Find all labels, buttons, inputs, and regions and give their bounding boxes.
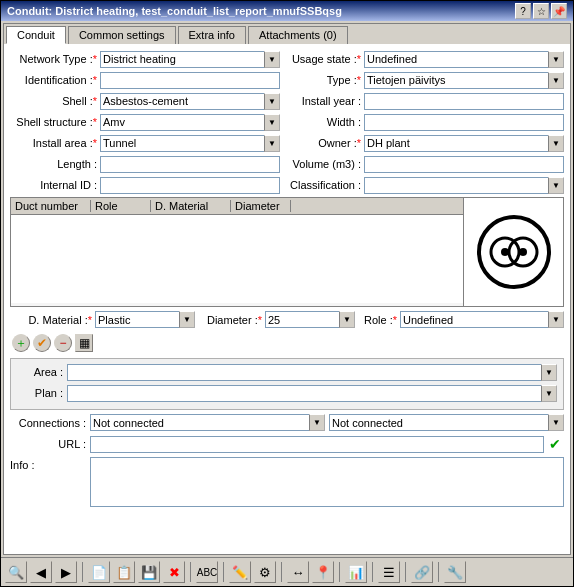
remove-icon[interactable]: − (54, 334, 72, 352)
new-doc-icon[interactable]: 📄 (88, 561, 110, 583)
install-area-wrapper: Tunnel ▼ (100, 135, 280, 152)
check-icon[interactable]: ✔ (33, 334, 51, 352)
internal-id-input[interactable]: 2811661 (100, 177, 280, 194)
area-select[interactable] (67, 364, 557, 381)
content-area: Conduit Common settings Extra info Attac… (1, 21, 573, 557)
settings-icon[interactable]: ⚙ (254, 561, 276, 583)
width-input[interactable]: 4.1 (364, 114, 564, 131)
copy-icon[interactable]: 📋 (113, 561, 135, 583)
type-row: Type :* Tietojen päivitys ▼ (284, 71, 564, 89)
usage-state-wrapper: Undefined ▼ (364, 51, 564, 68)
install-year-label: Install year : (284, 95, 364, 107)
url-section: URL : ✔ (10, 435, 564, 453)
shell-structure-label: Shell structure :* (10, 116, 100, 128)
owner-row: Owner :* DH plant ▼ (284, 134, 564, 152)
install-year-row: Install year : (284, 92, 564, 110)
owner-select[interactable]: DH plant (364, 135, 564, 152)
prev-icon[interactable]: ◀ (30, 561, 52, 583)
info-textarea[interactable] (90, 457, 564, 507)
diameter-select[interactable]: 25 (265, 311, 355, 328)
connection1-wrapper: Not connected ▼ (90, 414, 325, 431)
width-label: Width : (284, 116, 364, 128)
url-label: URL : (10, 438, 90, 450)
sep7 (405, 562, 406, 582)
star-icon[interactable]: ☆ (533, 3, 549, 19)
connection2-select-wrapper: Not connected ▼ (329, 414, 564, 431)
table-icon[interactable]: ▦ (75, 334, 93, 352)
top-form: Network Type :* District heating ▼ Ident… (10, 50, 564, 197)
d-material-header: D. Material (151, 200, 231, 212)
shell-select[interactable]: Asbestos-cement (100, 93, 280, 110)
tab-extra-info[interactable]: Extra info (178, 26, 246, 44)
move-icon[interactable]: ↔ (287, 561, 309, 583)
chart-icon[interactable]: 📊 (345, 561, 367, 583)
inner-panel: Conduit Common settings Extra info Attac… (3, 23, 571, 555)
usage-state-select[interactable]: Undefined (364, 51, 564, 68)
connection2-select[interactable]: Not connected (329, 414, 564, 431)
duct-diagram (474, 212, 554, 292)
title-bar: Conduit: District heating, test_conduit_… (1, 1, 573, 21)
link-icon[interactable]: 🔗 (411, 561, 433, 583)
wrench-icon[interactable]: 🔧 (444, 561, 466, 583)
tab-attachments[interactable]: Attachments (0) (248, 26, 348, 44)
shell-structure-select[interactable]: Amv (100, 114, 280, 131)
network-type-select[interactable]: District heating (100, 51, 280, 68)
pin-icon[interactable]: 📌 (551, 3, 567, 19)
bottom-toolbar: 🔍 ◀ ▶ 📄 📋 💾 ✖ ABC ✏️ ⚙ ↔ 📍 📊 ☰ 🔗 🔧 (1, 557, 573, 586)
action-icons-bar: ＋ ✔ − ▦ (10, 332, 564, 354)
connection1-select[interactable]: Not connected (90, 414, 325, 431)
edit-icon[interactable]: ✏️ (229, 561, 251, 583)
plan-wrapper: ▼ (67, 385, 557, 402)
next-icon[interactable]: ▶ (55, 561, 77, 583)
length-input[interactable]: 1503.89 (100, 156, 280, 173)
duct-number-header: Duct number (11, 200, 91, 212)
install-area-label: Install area :* (10, 137, 100, 149)
abc-icon[interactable]: ABC (196, 561, 218, 583)
plan-row: Plan : ▼ (17, 384, 557, 402)
role-select[interactable]: Undefined (400, 311, 564, 328)
duct-table-body (11, 215, 463, 303)
classification-select[interactable] (364, 177, 564, 194)
network-type-row: Network Type :* District heating ▼ (10, 50, 280, 68)
area-wrapper: ▼ (67, 364, 557, 381)
sep4 (281, 562, 282, 582)
identification-input[interactable]: test_conduit_list_report_ (100, 72, 280, 89)
info-section: Info : (10, 457, 564, 507)
tab-conduit[interactable]: Conduit (6, 26, 66, 44)
length-label: Length : (10, 158, 100, 170)
svg-point-3 (501, 248, 509, 256)
save-icon[interactable]: 💾 (138, 561, 160, 583)
install-area-select[interactable]: Tunnel (100, 135, 280, 152)
left-form-col: Network Type :* District heating ▼ Ident… (10, 50, 280, 197)
d-material-select[interactable]: Plastic (95, 311, 195, 328)
shell-label: Shell :* (10, 95, 100, 107)
install-year-input[interactable] (364, 93, 564, 110)
d-material-wrapper: Plastic ▼ (95, 311, 195, 328)
url-check-icon: ✔ (546, 435, 564, 453)
list-icon[interactable]: ☰ (378, 561, 400, 583)
delete-icon[interactable]: ✖ (163, 561, 185, 583)
panel-content: Network Type :* District heating ▼ Ident… (4, 44, 570, 550)
type-wrapper: Tietojen päivitys ▼ (364, 72, 564, 89)
shell-structure-row: Shell structure :* Amv ▼ (10, 113, 280, 131)
type-select[interactable]: Tietojen päivitys (364, 72, 564, 89)
classification-row: Classification : ▼ (284, 176, 564, 194)
install-area-row: Install area :* Tunnel ▼ (10, 134, 280, 152)
search-toolbar-icon[interactable]: 🔍 (5, 561, 27, 583)
tab-bar: Conduit Common settings Extra info Attac… (4, 24, 570, 44)
locate-icon[interactable]: 📍 (312, 561, 334, 583)
plan-select[interactable] (67, 385, 557, 402)
sep6 (372, 562, 373, 582)
add-icon[interactable]: ＋ (12, 334, 30, 352)
help-icon[interactable]: ? (515, 3, 531, 19)
volume-row: Volume (m3) : (284, 155, 564, 173)
sep3 (223, 562, 224, 582)
tab-common-settings[interactable]: Common settings (68, 26, 176, 44)
usage-state-row: Usage state :* Undefined ▼ (284, 50, 564, 68)
url-input[interactable] (90, 436, 544, 453)
connections-section: Connections : Not connected ▼ Not con (10, 414, 564, 431)
duct-preview (463, 198, 563, 306)
shell-structure-wrapper: Amv ▼ (100, 114, 280, 131)
volume-input[interactable] (364, 156, 564, 173)
shell-row: Shell :* Asbestos-cement ▼ (10, 92, 280, 110)
